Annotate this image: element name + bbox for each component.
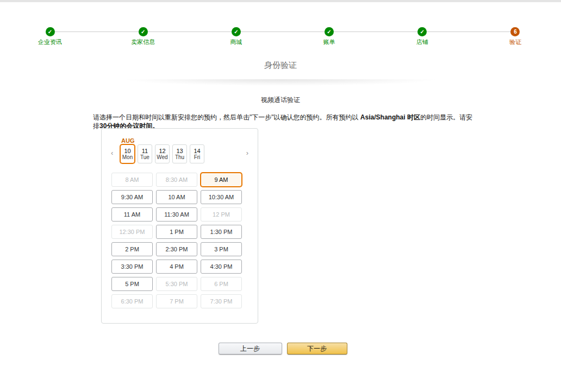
- time-slot[interactable]: 4:30 PM: [201, 260, 242, 274]
- date-card-day: 10: [124, 148, 130, 154]
- section-subtitle: 视频通话验证: [0, 96, 561, 105]
- stepper-step-billing: ✓账单: [312, 27, 347, 46]
- instruction-segment: Asia/Shanghai 时区: [360, 113, 420, 121]
- check-icon: ✓: [417, 27, 427, 36]
- step-label: 卖家信息: [131, 38, 155, 46]
- time-slot[interactable]: 11:30 AM: [156, 207, 197, 222]
- check-icon: ✓: [46, 27, 55, 36]
- time-slot: 7:30 PM: [201, 294, 242, 308]
- stepper-step-verification: 6验证: [498, 27, 533, 46]
- time-slot: 8:30 AM: [156, 173, 197, 187]
- stepper-step-company-info: ✓企业资讯: [33, 27, 67, 46]
- date-card-day: 13: [176, 148, 183, 154]
- time-slot: 12:30 PM: [111, 225, 153, 239]
- time-slot[interactable]: 3 PM: [201, 242, 242, 256]
- next-dates-chevron-icon[interactable]: ›: [246, 149, 248, 156]
- wizard-footer: 上一步 下一步: [0, 343, 561, 355]
- date-card-weekday: Tue: [140, 154, 149, 160]
- stepper-step-seller-info: ✓卖家信息: [126, 27, 160, 46]
- time-slot[interactable]: 3:30 PM: [111, 260, 153, 274]
- check-icon: ✓: [232, 27, 241, 36]
- time-slot: 8 AM: [111, 173, 153, 187]
- step-label: 企业资讯: [38, 38, 62, 46]
- stepper-step-store: ✓店铺: [405, 27, 440, 46]
- time-slot[interactable]: 4 PM: [156, 260, 197, 274]
- time-slot[interactable]: 2 PM: [111, 242, 153, 256]
- date-card-day: 11: [142, 148, 148, 154]
- stepper-step-marketplace: ✓商城: [219, 27, 253, 46]
- date-picker-row: 10Mon11Tue12Wed13Thu14Fri: [120, 144, 204, 163]
- date-card-day: 14: [194, 148, 200, 154]
- time-slot[interactable]: 1:30 PM: [201, 225, 242, 239]
- progress-stepper: ✓企业资讯✓卖家信息✓商城✓账单✓店铺6验证: [33, 27, 533, 52]
- date-card[interactable]: 13Thu: [172, 144, 187, 163]
- seller-registration-page: ✓企业资讯✓卖家信息✓商城✓账单✓店铺6验证 身份验证 视频通话验证 请选择一个…: [0, 0, 561, 392]
- date-card-day: 12: [159, 148, 165, 154]
- date-card-weekday: Thu: [175, 154, 184, 160]
- page-title: 身份验证: [0, 60, 561, 71]
- time-slot[interactable]: 2:30 PM: [156, 242, 197, 256]
- date-card[interactable]: 10Mon: [120, 144, 135, 163]
- time-slot: 12 PM: [201, 207, 242, 222]
- date-card-weekday: Wed: [157, 154, 167, 160]
- time-slot[interactable]: 1 PM: [156, 225, 197, 239]
- time-slot-grid: 8 AM8:30 AM9 AM9:30 AM10 AM10:30 AM11 AM…: [111, 173, 242, 308]
- date-card[interactable]: 12Wed: [155, 144, 170, 163]
- date-card-weekday: Fri: [194, 154, 201, 160]
- time-slot: 6 PM: [201, 277, 242, 291]
- step-number-badge: 6: [510, 27, 520, 36]
- time-slot[interactable]: 11 AM: [111, 207, 153, 222]
- time-slot[interactable]: 5 PM: [111, 277, 153, 291]
- prev-dates-chevron-icon[interactable]: ‹: [111, 149, 113, 156]
- previous-step-button[interactable]: 上一步: [219, 343, 282, 355]
- section-divider: [96, 79, 465, 86]
- next-step-button[interactable]: 下一步: [287, 343, 347, 355]
- top-divider: [0, 0, 561, 2]
- time-slot[interactable]: 10 AM: [156, 190, 197, 204]
- appointment-scheduler-panel: AUG ‹ 10Mon11Tue12Wed13Thu14Fri › 8 AM8:…: [101, 128, 258, 324]
- time-slot: 6:30 PM: [111, 294, 153, 308]
- time-slot[interactable]: 10:30 AM: [201, 190, 242, 204]
- check-icon: ✓: [139, 27, 148, 36]
- time-slot[interactable]: 9 AM: [201, 173, 242, 187]
- step-label: 账单: [323, 38, 335, 46]
- month-label: AUG: [121, 137, 134, 144]
- check-icon: ✓: [325, 27, 334, 36]
- step-label: 店铺: [416, 38, 428, 46]
- time-slot: 7 PM: [156, 294, 197, 308]
- date-card[interactable]: 14Fri: [190, 144, 204, 163]
- time-slot: 5:30 PM: [156, 277, 197, 291]
- instruction-segment: 请选择一个日期和时间以重新安排您的预约，然后单击"下一步"以确认您的预约。所有预…: [93, 113, 360, 121]
- step-label: 商城: [230, 38, 242, 46]
- date-card[interactable]: 11Tue: [138, 144, 152, 163]
- time-slot[interactable]: 9:30 AM: [111, 190, 153, 204]
- date-card-weekday: Mon: [122, 154, 133, 160]
- step-label: 验证: [509, 38, 521, 46]
